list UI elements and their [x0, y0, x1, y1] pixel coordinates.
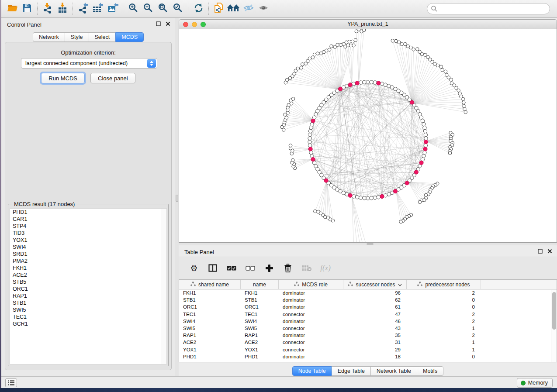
cell-name: YOX1 — [241, 347, 279, 352]
network-graph[interactable] — [179, 29, 557, 243]
tab-style[interactable]: Style — [65, 32, 89, 42]
cell-successor-nodes: 61 — [343, 304, 407, 309]
delete-table-icon — [301, 265, 312, 272]
import-network-button[interactable] — [40, 2, 55, 16]
table-row[interactable]: RAP1RAP1dominator352 — [179, 332, 557, 339]
table-scrollbar-thumb[interactable] — [552, 292, 556, 330]
table-panel-title: Table Panel — [184, 249, 214, 255]
cell-shared-name: STB1 — [179, 297, 241, 303]
result-node-item[interactable]: STP4 — [10, 223, 166, 230]
table-row[interactable]: SWI4SWI4dominator462 — [179, 318, 557, 325]
add-column-button[interactable] — [263, 262, 275, 274]
float-panel-icon[interactable] — [156, 21, 161, 27]
import-network-icon — [42, 2, 53, 15]
gear-icon: ⚙ — [190, 264, 197, 272]
column-header-name[interactable]: name — [241, 280, 279, 289]
column-header-shared-name[interactable]: shared name — [179, 280, 241, 289]
result-node-item[interactable]: TEC1 — [10, 313, 166, 320]
network-titlebar[interactable]: YPA_prune.txt_1 — [179, 20, 557, 29]
column-header-predecessor-nodes[interactable]: predecessor nodes — [407, 280, 481, 289]
search-input[interactable] — [427, 3, 550, 14]
cell-shared-name: SWI4 — [179, 319, 241, 324]
cell-predecessor-nodes: 1 — [407, 326, 481, 331]
tab-motifs[interactable]: Motifs — [417, 366, 443, 376]
delete-column-button[interactable] — [282, 262, 294, 274]
table-row[interactable]: TEC1TEC1connector472 — [179, 311, 557, 318]
shared-column-icon — [294, 282, 299, 288]
network-canvas[interactable] — [179, 29, 557, 243]
column-panel-button[interactable] — [207, 262, 218, 274]
criterion-select[interactable]: largest connected component (undirected) — [21, 58, 157, 69]
tab-node-table[interactable]: Node Table — [292, 366, 332, 376]
run-mcds-button[interactable]: Run MCDS — [41, 73, 85, 83]
result-node-item[interactable]: RAP1 — [10, 292, 166, 299]
maximize-window-icon[interactable] — [201, 22, 206, 27]
show-all-button[interactable] — [256, 2, 271, 16]
result-node-item[interactable]: SWI4 — [10, 244, 166, 251]
table-row[interactable]: ORC1ORC1dominator610 — [179, 303, 557, 310]
save-session-button[interactable] — [20, 2, 35, 16]
clone-network-button[interactable] — [211, 2, 226, 16]
zoom-in-button[interactable] — [126, 2, 141, 16]
close-panel-icon[interactable] — [547, 248, 553, 254]
tab-select[interactable]: Select — [89, 32, 116, 42]
close-panel-icon[interactable] — [165, 21, 171, 27]
zoom-out-button[interactable] — [141, 2, 156, 16]
table-scrollbar[interactable] — [551, 290, 557, 362]
minimize-window-icon[interactable] — [192, 22, 197, 27]
result-node-item[interactable]: STB1 — [10, 299, 166, 306]
main-toolbar — [1, 0, 557, 18]
toolbar-separator — [208, 3, 209, 15]
toolbar-separator — [73, 3, 73, 15]
tab-network[interactable]: Network — [33, 32, 65, 42]
deselect-all-button[interactable] — [245, 262, 256, 274]
result-node-item[interactable]: PHD1 — [10, 209, 166, 216]
zoom-selected-button[interactable] — [170, 2, 185, 16]
result-node-item[interactable]: FKH1 — [10, 265, 166, 272]
result-node-item[interactable]: SRD1 — [10, 251, 166, 258]
table-row[interactable]: PHD1PHD1dominator180 — [179, 353, 557, 360]
cell-name: FKH1 — [241, 290, 279, 296]
task-history-button[interactable] — [5, 378, 17, 387]
result-node-item[interactable]: PMA2 — [10, 258, 166, 265]
close-panel-button[interactable]: Close panel — [90, 73, 135, 83]
zoom-fit-button[interactable] — [156, 2, 170, 16]
table-row[interactable]: SWI5SWI5connector431 — [179, 325, 557, 332]
column-header-MCDS-role[interactable]: MCDS role — [279, 280, 343, 289]
result-node-item[interactable]: STB5 — [10, 279, 166, 285]
export-image-button[interactable] — [105, 2, 120, 16]
first-neighbors-button[interactable] — [226, 2, 241, 16]
cell-name: TEC1 — [241, 312, 279, 317]
result-node-item[interactable]: GCR1 — [10, 320, 166, 327]
float-panel-icon[interactable] — [537, 248, 543, 254]
result-node-item[interactable]: TID3 — [10, 230, 166, 237]
select-all-button[interactable] — [226, 262, 237, 274]
result-node-item[interactable]: SWI5 — [10, 306, 166, 313]
export-table-button[interactable] — [90, 2, 105, 16]
column-header-successor-nodes[interactable]: successor nodes — [343, 280, 407, 289]
export-network-button[interactable] — [76, 2, 90, 16]
result-node-item[interactable]: ACE2 — [10, 272, 166, 279]
close-window-icon[interactable] — [183, 22, 188, 27]
table-row[interactable]: FKH1FKH1dominator962 — [179, 289, 557, 296]
refresh-layout-button[interactable] — [191, 2, 206, 16]
vertical-splitter[interactable] — [175, 18, 179, 376]
memory-button[interactable]: Memory — [517, 378, 553, 388]
table-settings-button[interactable]: ⚙ — [188, 262, 200, 274]
cell-successor-nodes: 96 — [343, 290, 407, 296]
table-row[interactable]: YOX1YOX1connector291 — [179, 346, 557, 353]
result-list-scrollbar[interactable] — [162, 209, 166, 364]
open-session-button[interactable] — [5, 2, 20, 16]
zoom-out-icon — [143, 3, 153, 15]
tab-mcds[interactable]: MCDS — [115, 32, 144, 42]
result-node-item[interactable]: YOX1 — [10, 237, 166, 244]
hide-selected-button[interactable] — [241, 2, 256, 16]
result-node-item[interactable]: CAR1 — [10, 216, 166, 223]
result-node-item[interactable]: ORC1 — [10, 285, 166, 292]
tab-edge-table[interactable]: Edge Table — [332, 366, 371, 376]
import-table-button[interactable] — [55, 2, 70, 16]
table-row[interactable]: STB1STB1dominator620 — [179, 296, 557, 303]
cell-predecessor-nodes: 2 — [407, 333, 481, 338]
table-row[interactable]: ACE2ACE2connector311 — [179, 339, 557, 346]
tab-network-table[interactable]: Network Table — [370, 366, 417, 376]
